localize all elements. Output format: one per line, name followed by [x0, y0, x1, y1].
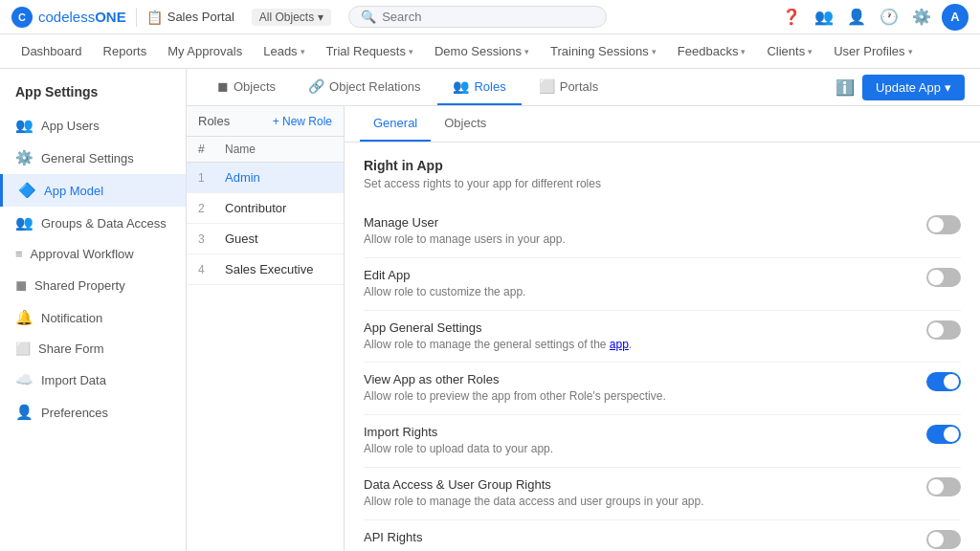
- content-area: ◼ Objects 🔗 Object Relations 👥 Roles ⬜ P…: [187, 69, 980, 551]
- tab-objects[interactable]: ◼ Objects: [202, 69, 291, 105]
- detail-tab-objects[interactable]: Objects: [431, 106, 500, 142]
- toggle-manage-user[interactable]: [926, 215, 961, 234]
- help-circle-icon[interactable]: ℹ️: [835, 78, 855, 97]
- detail-tab-bar: General Objects: [345, 106, 980, 143]
- sidebar-item-import-data[interactable]: ☁️ Import Data: [0, 364, 186, 396]
- perm-row-manage-user: Manage User Allow role to manage users i…: [364, 206, 961, 258]
- toggle-slider: [926, 215, 961, 234]
- perm-info-app-general-settings: App General Settings Allow role to manag…: [364, 320, 926, 353]
- sidebar-item-notification[interactable]: 🔔 Notification: [0, 301, 186, 334]
- new-role-button[interactable]: + New Role: [273, 115, 332, 128]
- users-icon[interactable]: 👥: [812, 5, 836, 30]
- nav-training-sessions[interactable]: Training Sessions▾: [541, 38, 666, 64]
- topbar: C codelessONE 📋 Sales Portal All Objects…: [0, 0, 980, 34]
- perm-desc-data-access: Allow role to manage the data access and…: [364, 494, 915, 510]
- portals-tab-icon: ⬜: [539, 78, 555, 94]
- perm-row-data-access: Data Access & User Group Rights Allow ro…: [364, 468, 961, 520]
- role-row-sales-executive[interactable]: 4 Sales Executive: [187, 254, 344, 285]
- help-icon[interactable]: ❓: [779, 5, 804, 30]
- sidebar-item-label: General Settings: [41, 151, 134, 165]
- chevron-down-icon: ▾: [524, 47, 529, 56]
- sidebar-item-preferences[interactable]: 👤 Preferences: [0, 396, 186, 429]
- perm-info-view-app-as-roles: View App as other Roles Allow role to pr…: [364, 372, 926, 405]
- brand-icon: C: [11, 7, 33, 28]
- toggle-edit-app[interactable]: [926, 268, 961, 287]
- toggle-view-app-as-roles[interactable]: [926, 372, 961, 391]
- toggle-slider: [926, 372, 961, 391]
- chevron-down-icon: ▾: [908, 47, 913, 56]
- user-avatar[interactable]: A: [942, 4, 969, 31]
- toggle-import-rights[interactable]: [926, 425, 961, 444]
- tab-actions: ℹ️ Update App ▾: [835, 75, 965, 100]
- sidebar-item-general-settings[interactable]: ⚙️ General Settings: [0, 142, 186, 174]
- shared-property-icon: ◼: [15, 276, 27, 294]
- update-app-button[interactable]: Update App ▾: [862, 75, 965, 100]
- app-link[interactable]: app: [610, 338, 629, 351]
- chevron-down-icon: ▾: [741, 47, 746, 56]
- global-search[interactable]: 🔍: [348, 6, 607, 28]
- sidebar-item-share-form[interactable]: ⬜ Share Form: [0, 334, 186, 364]
- nav-feedbacks[interactable]: Feedbacks▾: [668, 38, 756, 64]
- toggle-api-rights[interactable]: [926, 530, 961, 549]
- perm-desc-view-app-as-roles: Allow role to preview the app from other…: [364, 388, 915, 405]
- perm-info-data-access: Data Access & User Group Rights Allow ro…: [364, 477, 926, 510]
- tab-portals[interactable]: ⬜ Portals: [523, 69, 613, 105]
- perm-info-manage-user: Manage User Allow role to manage users i…: [364, 215, 926, 248]
- toggle-app-general-settings[interactable]: [926, 320, 961, 340]
- detail-tab-general[interactable]: General: [360, 106, 431, 142]
- roles-table-header: # Name: [187, 137, 344, 163]
- chevron-down-icon: ▾: [808, 47, 813, 56]
- all-objects-dropdown[interactable]: All Objects ▾: [252, 9, 331, 26]
- brand-logo[interactable]: C codelessONE: [11, 7, 126, 28]
- sidebar-item-approval-workflow[interactable]: ≡ Approval Workflow: [0, 239, 186, 269]
- settings-icon[interactable]: ⚙️: [909, 5, 934, 30]
- sidebar-item-app-model[interactable]: 🔷 App Model: [0, 174, 186, 207]
- nav-demo-sessions[interactable]: Demo Sessions▾: [425, 38, 539, 64]
- roles-panel: Roles + New Role # Name 1 Admin 2 Contri…: [187, 106, 345, 551]
- sidebar-item-groups-data-access[interactable]: 👥 Groups & Data Access: [0, 207, 186, 239]
- nav-my-approvals[interactable]: My Approvals: [158, 38, 252, 64]
- role-row-admin[interactable]: 1 Admin: [187, 163, 344, 193]
- sidebar-item-shared-property[interactable]: ◼ Shared Property: [0, 269, 186, 301]
- sidebar-item-app-users[interactable]: 👥 App Users: [0, 109, 186, 142]
- nav-dashboard[interactable]: Dashboard: [11, 38, 92, 64]
- role-row-contributor[interactable]: 2 Contributor: [187, 193, 344, 224]
- workflow-icon: ≡: [15, 247, 23, 261]
- main-layout: App Settings 👥 App Users ⚙️ General Sett…: [0, 69, 980, 551]
- tab-roles[interactable]: 👥 Roles: [437, 69, 521, 105]
- nav-user-profiles[interactable]: User Profiles▾: [824, 38, 922, 64]
- app-users-icon: 👥: [15, 117, 33, 134]
- preferences-icon: 👤: [15, 404, 33, 421]
- toggle-slider: [926, 320, 961, 340]
- sidebar-item-label: Preferences: [41, 406, 108, 420]
- detail-body: Right in App Set access rights to your a…: [345, 143, 980, 551]
- nav-leads[interactable]: Leads▾: [254, 38, 314, 64]
- sidebar-item-label: Import Data: [41, 373, 106, 387]
- sidebar-item-label: Approval Workflow: [31, 247, 134, 261]
- gear-icon: ⚙️: [15, 149, 33, 166]
- toggle-data-access[interactable]: [926, 477, 961, 496]
- search-input[interactable]: [382, 10, 594, 24]
- topbar-actions: ❓ 👥 👤 🕐 ⚙️ A: [779, 4, 969, 31]
- perm-name-import-rights: Import Rights: [364, 425, 915, 439]
- toggle-slider: [926, 268, 961, 287]
- app-icon: 📋: [146, 10, 163, 25]
- chevron-down-icon: ▾: [652, 47, 657, 56]
- history-icon[interactable]: 🕐: [877, 5, 902, 30]
- toggle-slider: [926, 477, 961, 496]
- tab-object-relations[interactable]: 🔗 Object Relations: [293, 69, 435, 105]
- current-app: 📋 Sales Portal: [146, 10, 234, 25]
- nav-reports[interactable]: Reports: [94, 38, 157, 64]
- perm-desc-app-general-settings: Allow role to manage the general setting…: [364, 337, 915, 353]
- roles-header: Roles + New Role: [187, 106, 344, 137]
- person-add-icon[interactable]: 👤: [844, 5, 869, 30]
- section-desc: Set access rights to your app for differ…: [364, 177, 961, 190]
- nav-trial-requests[interactable]: Trial Requests▾: [317, 38, 423, 64]
- sidebar: App Settings 👥 App Users ⚙️ General Sett…: [0, 69, 187, 551]
- perm-name-app-general-settings: App General Settings: [364, 320, 915, 335]
- role-row-guest[interactable]: 3 Guest: [187, 224, 344, 254]
- perm-row-app-general-settings: App General Settings Allow role to manag…: [364, 311, 961, 364]
- nav-clients[interactable]: Clients▾: [757, 38, 822, 64]
- share-form-icon: ⬜: [15, 342, 31, 356]
- chevron-down-icon: ▾: [945, 80, 951, 95]
